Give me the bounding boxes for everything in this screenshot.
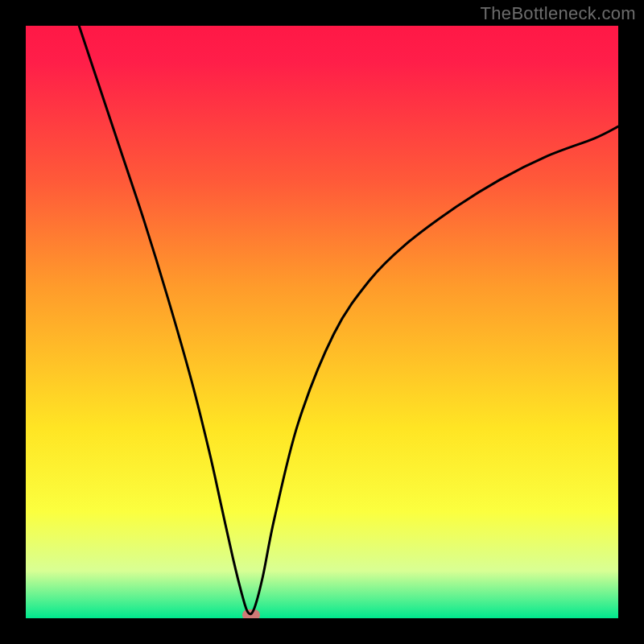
chart-frame: TheBottleneck.com: [0, 0, 644, 644]
watermark-text: TheBottleneck.com: [481, 3, 636, 24]
bottleneck-curve: [26, 26, 618, 618]
plot-area: [26, 26, 618, 618]
